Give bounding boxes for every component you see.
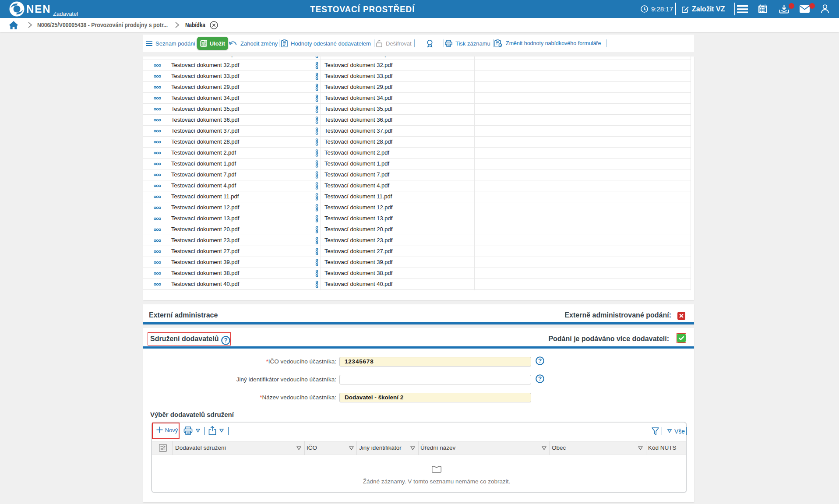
svg-text:?: ?: [224, 337, 228, 344]
svg-text:?: ?: [538, 375, 542, 382]
svg-text:?: ?: [538, 357, 542, 364]
